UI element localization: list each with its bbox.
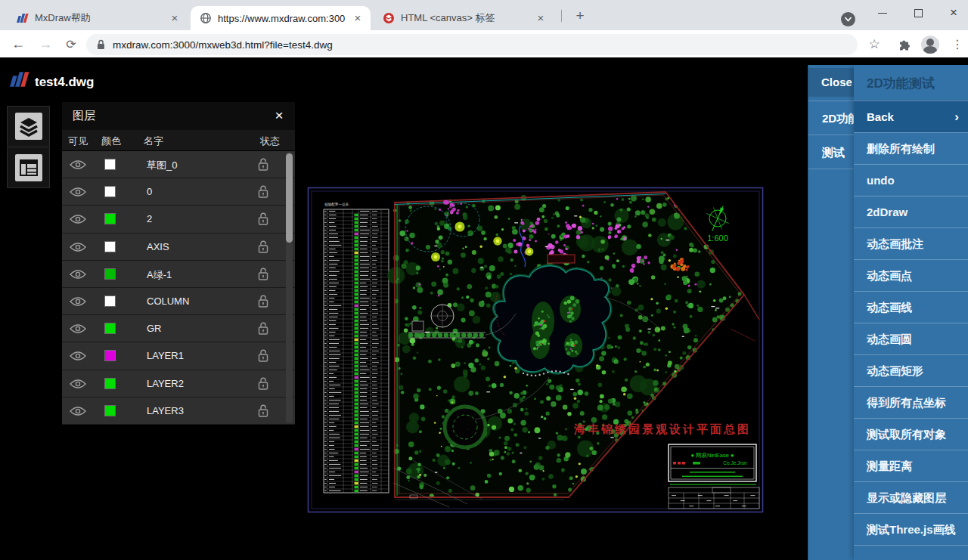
layer-color-swatch[interactable] [104,268,116,280]
title-block: ● 网易NetEase ● Co.Je.Jron [669,444,756,485]
forward-button[interactable]: → [35,34,56,55]
unlock-icon[interactable] [257,376,269,391]
submenu-item-draw-point[interactable]: 动态画点 [854,259,968,291]
screen: MxDraw帮助 × https://www.mxdraw.com:300 × … [0,0,968,560]
unlock-icon[interactable] [257,294,269,308]
layer-color-swatch[interactable] [104,405,116,416]
layer-color-swatch[interactable] [104,186,116,197]
tab-title: HTML <canvas> 标签 [401,11,534,25]
tab-title: MxDraw帮助 [35,11,168,25]
layer-row[interactable]: AXIS [62,234,295,261]
visibility-eye-icon[interactable] [70,269,86,280]
layers-panel-button[interactable] [7,106,50,147]
submenu-item-get-objects[interactable]: 测试取所有对象 [854,418,968,450]
tab-mxdraw-help[interactable]: MxDraw帮助 × [8,6,188,30]
window-maximize-button[interactable] [907,3,929,23]
properties-panel-button[interactable] [7,147,50,188]
layer-color-swatch[interactable] [104,241,116,252]
layer-row[interactable]: A绿-1 [62,261,295,288]
cad-drawing-canvas[interactable]: 植物配置—总表 1:600 海丰锦绣园景观设计平面总图 ● 网易NetEase … [307,187,764,513]
layer-row[interactable]: 0 [62,178,295,206]
layer-color-swatch[interactable] [104,350,116,361]
column-color: 颜色 [101,135,121,148]
submenu-item-back[interactable]: Back › [854,101,968,132]
mxdraw-logo-icon [17,12,29,24]
layer-row[interactable]: LAYER2 [62,370,295,398]
layer-color-swatch[interactable] [104,213,116,224]
visibility-eye-icon[interactable] [70,159,86,170]
submenu-item-get-points[interactable]: 得到所有点坐标 [854,386,968,418]
submenu-item-draw-note[interactable]: 动态画批注 [854,227,968,259]
layer-color-swatch[interactable] [104,323,116,334]
unlock-icon[interactable] [257,321,269,336]
menu-separator [854,545,968,546]
submenu-item-draw-rect[interactable]: 动态画矩形 [854,354,968,386]
submenu-item-threejs-line[interactable]: 测试Three.js画线 [854,513,968,545]
unlock-icon[interactable] [257,404,269,418]
layers-panel-close-icon[interactable]: × [271,107,287,124]
menu-close-button[interactable]: Close [808,68,854,97]
visibility-eye-icon[interactable] [70,379,86,389]
unlock-icon[interactable] [257,212,269,226]
submenu-item-draw-circle[interactable]: 动态画圆 [854,323,968,354]
window-close-button[interactable]: × [942,3,965,23]
back-button[interactable]: ← [8,34,29,55]
unlock-icon[interactable] [257,240,269,254]
reload-button[interactable]: ⟳ [60,34,82,55]
visibility-eye-icon[interactable] [70,242,86,252]
tab-close-icon[interactable]: × [168,11,182,25]
tab-mxdraw-active[interactable]: https://www.mxdraw.com:300 × [191,6,371,30]
layer-name: COLUMN [147,295,189,307]
layer-row[interactable]: LAYER3 [62,398,295,425]
maximize-icon [914,9,923,17]
layer-row[interactable]: COLUMN [62,288,295,315]
tab-html-canvas[interactable]: HTML <canvas> 标签 × [374,6,554,30]
layer-row[interactable]: 2 [62,206,295,233]
unlock-icon[interactable] [257,267,269,281]
layer-row[interactable]: LAYER1 [62,342,295,370]
brand-subtext: Co.Je.Jron [723,460,747,466]
window-minimize-button[interactable] [871,3,894,23]
tab-close-icon[interactable]: × [351,11,365,25]
layers-panel-header: 图层 × [62,102,295,130]
layer-color-swatch[interactable] [104,378,116,389]
download-status-icon[interactable] [841,12,855,26]
visibility-eye-icon[interactable] [70,214,86,224]
tab-close-icon[interactable]: × [534,11,548,25]
layers-icon [15,113,42,140]
brand-text: ● 网易NetEase ● [691,452,734,459]
browser-menu-kebab-icon[interactable]: ⋮ [947,34,968,55]
layer-color-swatch[interactable] [104,295,116,307]
bookmark-star-icon[interactable]: ☆ [864,34,885,55]
extensions-puzzle-icon[interactable] [894,34,915,55]
visibility-eye-icon[interactable] [70,323,86,334]
layer-color-swatch[interactable] [104,159,116,170]
submenu-item-2ddraw[interactable]: 2dDraw [854,196,968,227]
submenu-item-undo[interactable]: undo [854,164,968,196]
layers-scrollbar-thumb[interactable] [286,153,293,243]
visibility-eye-icon[interactable] [70,187,86,197]
new-tab-button[interactable]: + [572,8,588,24]
layer-row[interactable]: 草图_0 [62,151,295,178]
submenu-item-measure[interactable]: 测量距离 [854,450,968,481]
visibility-eye-icon[interactable] [70,296,86,307]
visibility-eye-icon[interactable] [70,406,86,416]
visibility-eye-icon[interactable] [70,351,86,361]
submenu-item-delete-all[interactable]: 删除所有绘制 [854,132,968,164]
runoob-icon [383,12,395,24]
layers-panel-title: 图层 [73,109,95,123]
submenu-item-toggle-layers[interactable]: 显示或隐藏图层 [854,481,968,513]
unlock-icon[interactable] [257,348,269,363]
layers-column-headers: 可见 颜色 名字 状态 [62,130,295,151]
minimize-icon [878,13,887,14]
layer-row[interactable]: GR [62,315,295,342]
unlock-icon[interactable] [257,157,269,172]
unlock-icon[interactable] [257,184,269,199]
plant-table-title: 植物配置—总表 [324,202,349,207]
address-bar[interactable]: mxdraw.com:3000/mxweb3d.html?file=test4.… [86,34,858,55]
profile-avatar[interactable] [920,34,941,55]
tab-divider [561,10,562,22]
submenu-panel: 2D功能测试 Back › 删除所有绘制 undo 2dDraw 动态画批注 动… [854,65,968,560]
submenu-item-draw-line[interactable]: 动态画线 [854,291,968,323]
layer-name: 草图_0 [147,159,177,172]
